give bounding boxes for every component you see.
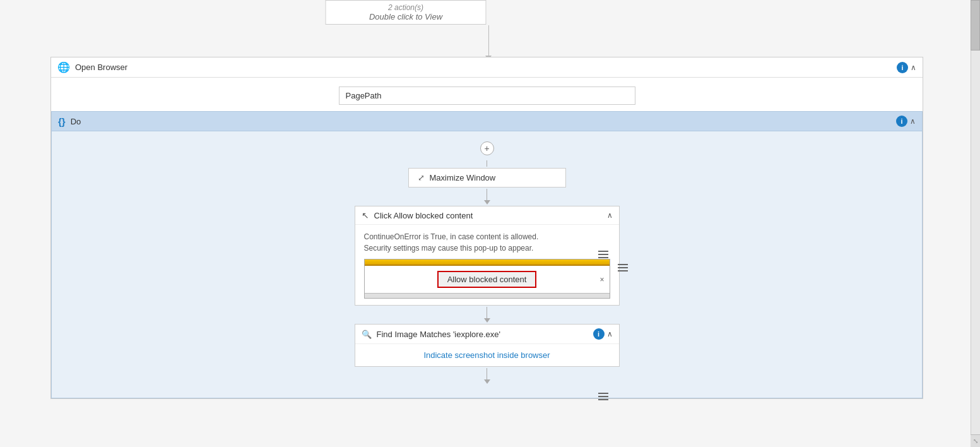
find-image-title: Find Image Matches 'iexplore.exe' [377, 330, 593, 339]
find-image-card: 🔍 Find Image Matches 'iexplore.exe' i ∧ … [355, 324, 620, 367]
scrollbar[interactable]: ⤡ [971, 0, 980, 447]
do-section: {} Do i ∧ + ⤢ Maximize [51, 111, 923, 398]
click-allow-header: ↖ Click Allow blocked content ∧ [355, 206, 619, 225]
top-actions-card[interactable]: 2 action(s) Double click to View [326, 0, 487, 25]
connector-3 [484, 307, 490, 323]
find-image-body: Indicate screenshot inside browser [355, 344, 619, 366]
click-allow-card: ↖ Click Allow blocked content ∧ Continue… [355, 206, 620, 306]
globe-icon: 🌐 [57, 61, 70, 73]
maximize-title: Maximize Window [430, 173, 496, 182]
cursor-icon: ↖ [362, 210, 369, 220]
browser-mockup-container: Allow blocked content × [364, 259, 610, 299]
search-icon: 🔍 [362, 330, 372, 339]
maximize-window-card[interactable]: ⤢ Maximize Window [408, 168, 566, 188]
browser-content: Allow blocked content × [365, 266, 610, 293]
find-image-actions: i ∧ [593, 328, 613, 340]
connector-1 [485, 25, 492, 60]
scrollbar-thumb[interactable] [971, 0, 980, 51]
add-action-btn[interactable]: + [480, 141, 494, 155]
double-click-label: Double click to View [334, 12, 478, 21]
open-browser-info-icon[interactable]: i [897, 62, 908, 73]
do-icon: {} [58, 116, 66, 127]
resize-icon: ⤡ [973, 438, 978, 444]
indicate-screenshot-link[interactable]: Indicate screenshot inside browser [423, 350, 550, 360]
close-icon[interactable]: × [599, 275, 604, 284]
maximize-icon: ⤢ [418, 173, 425, 182]
find-image-info-icon[interactable]: i [593, 328, 605, 340]
click-allow-desc-line1: ContinueOnError is True, in case content… [364, 231, 610, 242]
connector-2 [484, 189, 490, 205]
do-info-icon[interactable]: i [896, 116, 907, 127]
do-collapse-btn[interactable]: ∧ [910, 117, 916, 126]
browser-statusbar [365, 293, 610, 298]
do-header: {} Do i ∧ [52, 112, 922, 131]
open-browser-collapse-btn[interactable]: ∧ [911, 63, 916, 72]
resize-handle[interactable]: ⤡ [971, 434, 980, 447]
click-allow-menu-btn[interactable] [598, 251, 608, 258]
click-allow-actions: ∧ [607, 211, 613, 220]
open-browser-actions: i ∧ [897, 62, 916, 73]
connector-4 [484, 368, 490, 384]
open-browser-title: Open Browser [75, 63, 897, 72]
click-allow-body: ContinueOnError is True, in case content… [355, 225, 619, 305]
action-count: 2 action(s) [334, 3, 478, 12]
click-allow-collapse[interactable]: ∧ [607, 211, 613, 220]
browser-toolbar [365, 259, 610, 266]
click-allow-desc: ContinueOnError is True, in case content… [364, 231, 610, 254]
click-allow-desc-line2: Security settings may cause this pop-up … [364, 242, 610, 254]
open-browser-body [51, 78, 923, 111]
plus-icon: + [484, 143, 489, 153]
open-browser-section: 🌐 Open Browser i ∧ {} Do i ∧ [50, 57, 923, 399]
click-allow-title: Click Allow blocked content [374, 211, 607, 220]
open-browser-header: 🌐 Open Browser i ∧ [51, 57, 923, 78]
do-body: + ⤢ Maximize Window [52, 131, 922, 398]
find-image-collapse[interactable]: ∧ [607, 330, 613, 338]
do-title: Do [71, 117, 896, 126]
connector-maximize [487, 160, 487, 167]
find-image-menu-btn[interactable] [598, 393, 608, 400]
do-actions: i ∧ [896, 116, 916, 127]
page-path-input[interactable] [339, 86, 635, 105]
allow-blocked-btn[interactable]: Allow blocked content [437, 271, 537, 288]
find-image-header: 🔍 Find Image Matches 'iexplore.exe' i ∧ [355, 325, 619, 344]
browser-mockup: Allow blocked content × [364, 259, 610, 299]
main-canvas: 2 action(s) Double click to View 🌐 Open … [0, 0, 980, 447]
context-menu-icon[interactable] [618, 264, 628, 271]
